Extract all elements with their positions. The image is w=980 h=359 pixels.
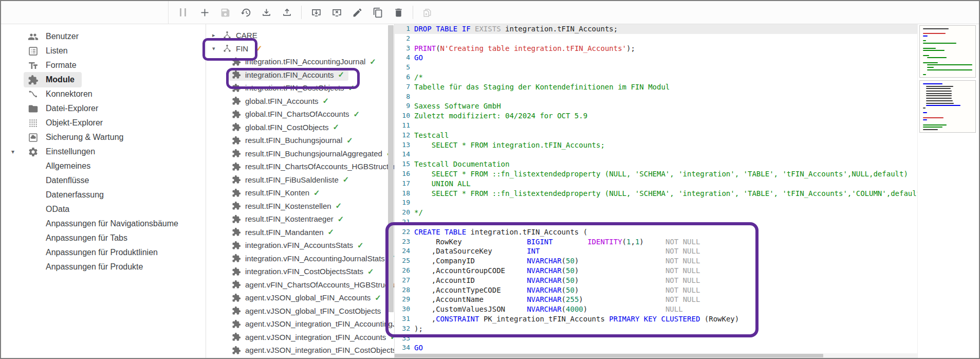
tree-item-agent-vjson-global-tfin-accounts[interactable]: agent.vJSON_global_tFIN_Accounts✓ [206, 291, 394, 304]
code-line: 22CREATE TABLE integration.tFIN_Accounts… [395, 227, 917, 237]
upload-button[interactable] [276, 3, 297, 22]
tree-item-result-tfin-fibusaldenliste[interactable]: result.tFIN_FiBuSaldenliste✓ [206, 173, 394, 187]
none-icon [27, 246, 39, 259]
minimap-line [927, 67, 934, 68]
tree-node-care[interactable]: ▸CARE [206, 28, 394, 42]
tree-item-label: agent.vJSON_integration_tFIN_Accounts [245, 333, 386, 342]
minimap-page-2[interactable] [919, 80, 976, 133]
tree-item-agent-vjson-global-tfin-costobjects[interactable]: agent.vJSON_global_tFIN_CostObjects✓ [206, 304, 394, 318]
tree-node-label: FIN [236, 44, 248, 53]
sidebar-item-label: OData [46, 205, 69, 214]
sql-code-editor[interactable]: 1DROP TABLE IF EXISTS integration.tFIN_A… [395, 24, 917, 358]
tree-item-agent-vfin-chartsofaccounts-hgbstructure[interactable]: agent.vFIN_ChartsOfAccounts_HGBStructure [206, 278, 394, 292]
sidebar-item-anpassungen-f-r-navigationsb-ume[interactable]: Anpassungen für Navigationsbäume [1, 217, 206, 231]
sidebar-item-sicherung-wartung[interactable]: Sicherung & Wartung [1, 130, 206, 145]
tree-item-result-tfin-chartsofaccounts-hgbstructure[interactable]: result.tFIN_ChartsOfAccounts_HGBStructur… [206, 160, 394, 173]
download-button[interactable] [256, 3, 276, 22]
sidebar-item-allgemeines[interactable]: Allgemeines [1, 159, 206, 173]
code-text: GO [414, 53, 423, 63]
tree-item-result-tfin-kostenstellen[interactable]: result.tFIN_Kostenstellen✓ [206, 200, 394, 213]
tree-item-integration-vfin-accountingjournalstats[interactable]: integration.vFIN_AccountingJournalStats✓ [206, 252, 394, 265]
sidebar-item-datei-explorer[interactable]: Datei-Explorer [1, 101, 206, 116]
sidebar-item-label: Benutzer [46, 32, 79, 41]
save-button[interactable] [215, 3, 235, 22]
code-line: 8 [395, 92, 917, 102]
toolbar-separator [301, 6, 302, 19]
tree-item-agent-vjson-integration-tfin-costobjects[interactable]: agent.vJSON_integration_tFIN_CostObjects [206, 344, 394, 357]
tree-item-global-tfin-costobjects[interactable]: global.tFIN_CostObjects✓ [206, 121, 394, 134]
sidebar-item-odata[interactable]: OData [1, 202, 206, 217]
puzzle-icon [231, 306, 242, 316]
toolbar-button-group [168, 1, 438, 24]
sidebar-item-anpassungen-f-r-tabs[interactable]: Anpassungen für Tabs [1, 231, 206, 245]
tree-item-body: integration.vFIN_AccountsStats✓ [229, 239, 368, 252]
tree-item-result-tfin-buchungsjournal[interactable]: result.tFIN_Buchungsjournal✓ [206, 134, 394, 147]
chevron-right-icon[interactable]: ▸ [212, 32, 221, 39]
chevron-down-icon[interactable]: ▾ [212, 45, 221, 52]
code-text: Zuletzt modifiziert: 04/2024 for OCT 5.9 [414, 111, 587, 121]
sidebar-item-benutzer[interactable]: Benutzer [1, 29, 206, 44]
edit-button[interactable] [347, 3, 367, 22]
tree-item-label: integration.tFIN_AccountingJournal [245, 57, 365, 66]
tree-item-integration-tfin-costobjects[interactable]: integration.tFIN_CostObjects✓ [206, 81, 394, 95]
code-line: 33 [395, 334, 917, 344]
code-line: 32); [395, 324, 917, 334]
pencil-icon [352, 7, 363, 18]
tree-item-integration-tfin-accounts[interactable]: integration.tFIN_Accounts✓ [206, 68, 394, 82]
tree-item-agent-vjson-integration-tfin-accounts[interactable]: agent.vJSON_integration_tFIN_Accounts✓ [206, 331, 394, 344]
minimap-line [923, 55, 929, 56]
sidebar-item-datenfl-sse[interactable]: Datenflüsse [1, 173, 206, 188]
gear-icon [27, 146, 39, 158]
code-line: 23 RowKey BIGINT IDENTITY(1,1) NOT NULL [395, 237, 917, 247]
tree-item-result-tfin-kostentraeger[interactable]: result.tFIN_Kostentraeger✓ [206, 212, 394, 226]
editor-horizontal-scrollbar-thumb[interactable] [395, 354, 823, 357]
line-number: 13 [395, 140, 414, 150]
sidebar-item-einstellungen[interactable]: ▾Einstellungen [1, 145, 206, 159]
chevron-down-icon[interactable]: ▾ [8, 148, 24, 155]
puzzle-icon [231, 83, 242, 93]
restore-version-button[interactable] [235, 3, 256, 22]
tree-item-label: agent.vJSON_global_tFIN_CostObjects [245, 307, 381, 315]
sidebar-item-body: Anpassungen für Produkte [24, 259, 150, 275]
puzzle-icon [27, 74, 39, 86]
sidebar-item-anpassungen-f-r-produkte[interactable]: Anpassungen für Produkte [1, 260, 206, 274]
tree-item-global-tfin-chartsofaccounts[interactable]: global.tFIN_ChartsOfAccounts✓ [206, 107, 394, 121]
deployed-check-icon: ✓ [328, 227, 335, 237]
sidebar-item-body: Objekt-Explorer [24, 115, 110, 131]
minimap-line [923, 74, 926, 75]
tree-item-result-tfin-buchungsjournalaggregated[interactable]: result.tFIN_BuchungsjournalAggregated✓ [206, 147, 394, 160]
module-tree-panel[interactable]: ▸CARE▾FIN✓integration.tFIN_AccountingJou… [206, 24, 395, 358]
tree-item-result-tfin-mandanten[interactable]: result.tFIN_Mandanten✓ [206, 226, 394, 239]
sidebar-item-label: Anpassungen für Tabs [46, 234, 127, 243]
tree-item-body: agent.vJSON_global_tFIN_Accounts✓ [229, 292, 385, 304]
tree-item-body: agent.vFIN_ChartsOfAccounts_HGBStructure [229, 278, 395, 291]
sidebar-item-listen[interactable]: Listen [1, 44, 206, 58]
minimap-line [923, 33, 946, 34]
sidebar-item-objekt-explorer[interactable]: Objekt-Explorer [1, 116, 206, 130]
drag-handle[interactable] [180, 8, 186, 16]
undeploy-button[interactable] [326, 3, 347, 22]
add-button[interactable] [194, 3, 215, 22]
tree-item-result-tfin-konten[interactable]: result.tFIN_Konten✓ [206, 186, 394, 200]
sidebar-item-anpassungen-f-r-produktlinien[interactable]: Anpassungen für Produktlinien [1, 245, 206, 260]
sidebar-item-body: Formate [24, 58, 84, 73]
deploy-button[interactable] [306, 3, 326, 22]
sidebar-item-module[interactable]: Module [1, 73, 206, 87]
sidebar-item-body: Einstellungen [24, 144, 102, 159]
tree-item-global-tfin-accounts[interactable]: global.tFIN_Accounts✓ [206, 95, 394, 108]
tree-item-body: integration.tFIN_Accounts✓ [229, 68, 348, 81]
delete-button[interactable] [388, 3, 409, 22]
tree-node-fin[interactable]: ▾FIN✓ [206, 42, 394, 55]
compare-button[interactable] [417, 3, 438, 22]
sidebar-item-formate[interactable]: Formate [1, 58, 206, 73]
tree-item-agent-vjson-integration-tfin-accountingjournal[interactable]: agent.vJSON_integration_tFIN_AccountingJ… [206, 317, 394, 331]
minimap-page-1[interactable] [919, 25, 976, 78]
tree-item-integration-tfin-accountingjournal[interactable]: integration.tFIN_AccountingJournal✓ [206, 55, 394, 68]
tree-item-integration-vfin-accountsstats[interactable]: integration.vFIN_AccountsStats✓ [206, 239, 394, 252]
tree-scrollbar-thumb[interactable] [388, 25, 394, 312]
sidebar-item-body: Module [24, 72, 82, 87]
sidebar-item-datenerfassung[interactable]: Datenerfassung [1, 188, 206, 202]
tree-item-integration-vfin-costobjectsstats[interactable]: integration.vFIN_CostObjectsStats✓ [206, 265, 394, 278]
duplicate-button[interactable] [367, 3, 388, 22]
sidebar-item-konnektoren[interactable]: Konnektoren [1, 87, 206, 101]
